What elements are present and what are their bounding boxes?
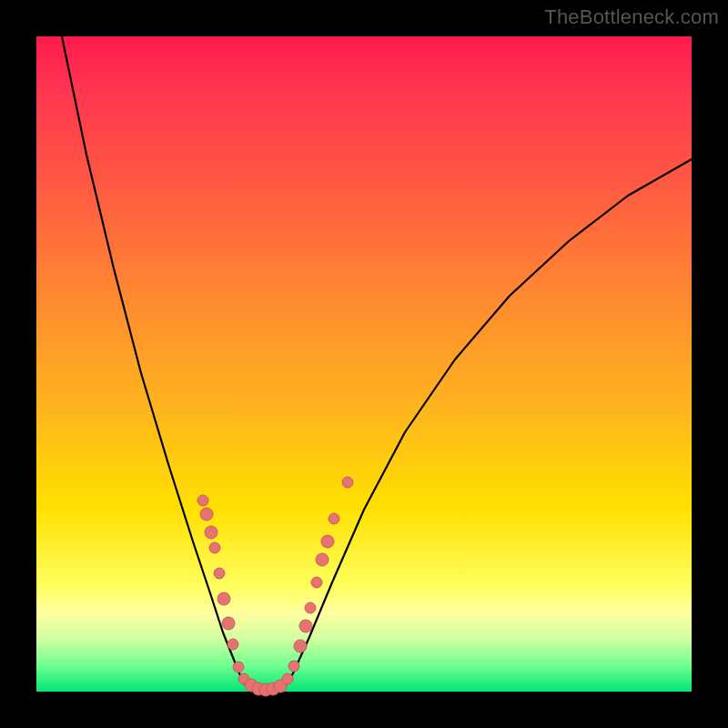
data-point (200, 508, 213, 521)
plot-svg (36, 36, 692, 692)
data-point (233, 662, 244, 672)
watermark-text: TheBottleneck.com (544, 5, 719, 29)
data-point (294, 640, 307, 652)
bottleneck-curve (62, 36, 692, 691)
gradient-plot-area (36, 36, 692, 692)
data-point (305, 602, 316, 613)
data-point (217, 592, 230, 605)
data-point (316, 553, 329, 566)
data-point (342, 477, 353, 488)
data-point (222, 617, 235, 630)
data-point (288, 661, 299, 672)
data-point (205, 526, 217, 539)
data-point (197, 495, 208, 506)
data-point (329, 513, 339, 524)
data-point (228, 639, 238, 650)
data-point (311, 577, 322, 588)
data-point (282, 673, 293, 684)
data-point (321, 535, 334, 548)
data-point (209, 542, 220, 553)
data-point (299, 620, 312, 632)
data-point (214, 568, 225, 579)
